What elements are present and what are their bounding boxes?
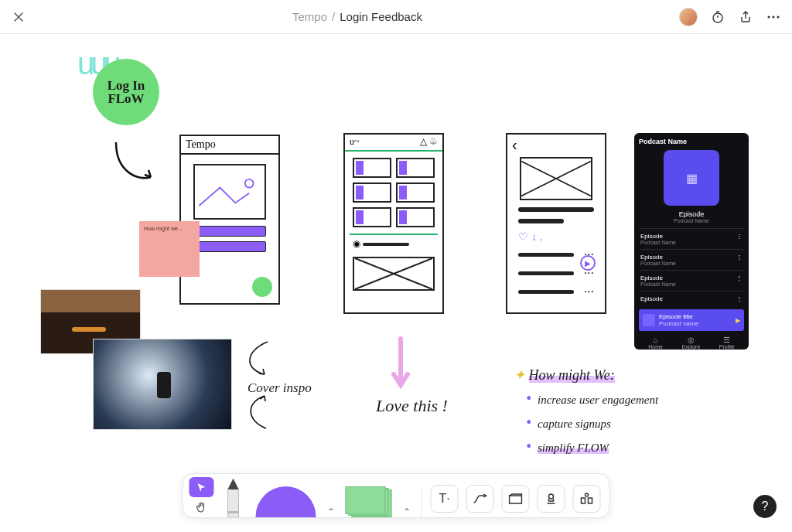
sticky-tool[interactable] (343, 486, 395, 517)
wireframe-grid[interactable]: u~△ ♧ ◉ (343, 133, 444, 314)
svg-point-1 (768, 15, 770, 18)
list-item: EpisodePodcast Name⋮ (639, 249, 744, 270)
wireframe-title: Tempo (181, 136, 278, 155)
mock-header: Podcast Name (639, 138, 744, 145)
back-icon: ‹ (507, 135, 605, 155)
select-mode-button[interactable] (189, 477, 214, 497)
mock-subtitle: Podcast Name (639, 218, 744, 223)
hero-placeholder (193, 164, 266, 220)
topbar-placeholder: u~△ ♧ (345, 135, 442, 152)
handwriting-cover-inspo[interactable]: Cover inspo (248, 380, 312, 396)
field-placeholder (193, 241, 266, 252)
svg-point-10 (585, 493, 589, 496)
svg-rect-5 (228, 511, 239, 513)
play-icon: ▶ (580, 255, 596, 271)
tab-bar: ⌂Home ◎Explore ☰Profile (639, 336, 744, 350)
hmw-item: capture signups (526, 411, 658, 435)
sticky-note[interactable]: How might we... (139, 221, 200, 277)
cell-placeholder (353, 158, 391, 178)
handwriting-love-this[interactable]: Love this ! (376, 396, 448, 416)
pan-mode-button[interactable] (189, 497, 214, 517)
svg-rect-8 (582, 498, 585, 503)
list-item: EpisodePodcast Name⋮ (639, 228, 744, 249)
svg-point-3 (777, 15, 780, 18)
text-tool-button[interactable]: T· (431, 485, 459, 513)
reactions: ♡ ↓ . (507, 230, 605, 243)
pencil-tool[interactable] (217, 479, 250, 517)
shape-options-button[interactable]: ⌃ (323, 506, 340, 517)
breadcrumb-parent[interactable]: Tempo (292, 10, 327, 23)
hmw-item: simplify FLOW (526, 435, 658, 459)
arrow-pink (389, 336, 412, 393)
stamp-tool-button[interactable] (538, 485, 565, 513)
cell-placeholder (396, 158, 435, 178)
breadcrumb-current[interactable]: Login Feedback (340, 10, 422, 23)
now-playing: Episode titlePodcast name ▶ (639, 309, 744, 331)
fab-placeholder (252, 277, 272, 297)
connector-tool-button[interactable] (466, 485, 494, 513)
hifi-mockup[interactable]: Podcast Name ▦ Episode Podcast Name Epis… (634, 133, 749, 350)
svg-point-4 (245, 179, 254, 188)
frame-tool-button[interactable] (502, 485, 530, 513)
avatar[interactable] (679, 8, 698, 26)
help-button[interactable]: ? (753, 495, 777, 518)
list-item: Episode⋮ (639, 291, 744, 306)
svg-rect-6 (510, 496, 522, 503)
more-icon[interactable] (766, 9, 781, 25)
arrow-sketch (108, 135, 162, 196)
cell-placeholder (396, 207, 435, 227)
hmw-item: increase user engagement (526, 387, 658, 411)
close-button[interactable] (11, 9, 26, 25)
login-flow-badge[interactable]: Log In FLoW (93, 59, 159, 125)
more-tools-button[interactable] (573, 485, 601, 513)
shape-tool[interactable] (253, 486, 319, 517)
share-icon[interactable] (738, 9, 753, 25)
cell-placeholder (353, 207, 391, 227)
svg-rect-9 (589, 498, 592, 503)
breadcrumb[interactable]: Tempo / Login Feedback (36, 10, 679, 23)
svg-point-2 (773, 15, 775, 18)
header: Tempo / Login Feedback (0, 0, 792, 34)
sticky-options-button[interactable]: ⌃ (398, 506, 415, 517)
cell-placeholder (353, 182, 391, 203)
handwriting-hmw[interactable]: ✦ How might We: increase user engagement… (514, 365, 658, 459)
inspo-photo-2[interactable] (93, 339, 232, 430)
cell-placeholder (396, 182, 435, 203)
toolbar: ⌃ ⌃ T· (183, 473, 610, 518)
canvas[interactable]: uuu Log In FLoW Tempo u~△ ♧ ◉ ‹ ▶ ♡ ↓ . (0, 34, 792, 532)
list-item: EpisodePodcast Name⋮ (639, 270, 744, 291)
mock-episode: Episode (639, 210, 744, 218)
cover-placeholder (520, 157, 592, 200)
timer-icon[interactable] (710, 9, 725, 25)
wireframe-detail[interactable]: ‹ ▶ ♡ ↓ . ··· ··· ··· (506, 133, 606, 314)
cover-art: ▦ (664, 150, 719, 206)
wireframe-login[interactable]: Tempo (179, 135, 280, 305)
svg-point-7 (549, 494, 554, 499)
field-placeholder (193, 226, 266, 237)
image-placeholder (353, 257, 435, 291)
breadcrumb-sep: / (332, 10, 335, 23)
